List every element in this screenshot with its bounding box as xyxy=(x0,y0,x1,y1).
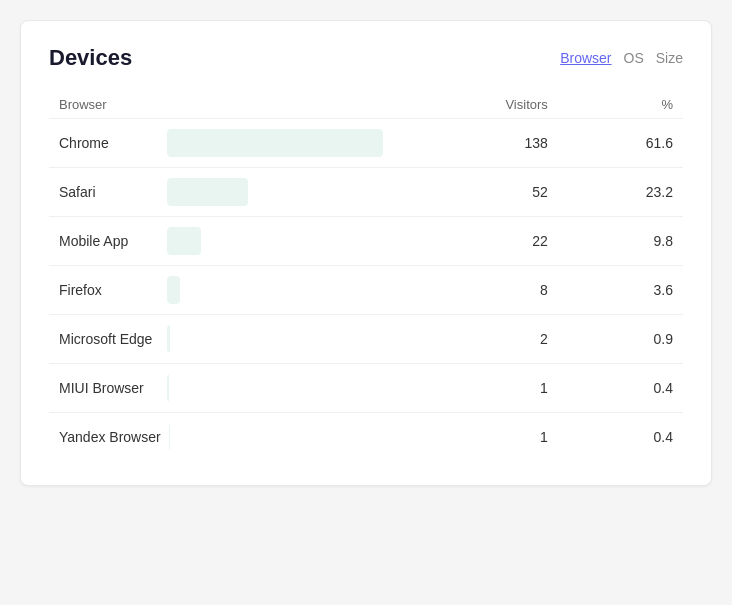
row-visitors: 2 xyxy=(393,315,558,364)
table-row: MIUI Browser10.4 xyxy=(49,364,683,413)
col-percent-header: % xyxy=(558,91,683,119)
bar-fill xyxy=(167,129,383,157)
row-visitors: 52 xyxy=(393,168,558,217)
tab-size[interactable]: Size xyxy=(656,50,683,66)
row-visitors: 1 xyxy=(393,364,558,413)
bar-fill xyxy=(167,374,169,402)
bar-background xyxy=(169,423,383,451)
row-name-cell: Firefox xyxy=(49,266,393,315)
row-percent: 0.4 xyxy=(558,413,683,462)
bar-fill xyxy=(167,227,201,255)
row-percent: 61.6 xyxy=(558,119,683,168)
row-name: Yandex Browser xyxy=(59,429,161,445)
row-name: Microsoft Edge xyxy=(59,331,159,347)
row-name: Safari xyxy=(59,184,159,200)
table-row: Chrome13861.6 xyxy=(49,119,683,168)
row-name: MIUI Browser xyxy=(59,380,159,396)
bar-background xyxy=(167,276,383,304)
table-row: Yandex Browser10.4 xyxy=(49,413,683,462)
bar-background xyxy=(167,374,383,402)
row-percent: 0.4 xyxy=(558,364,683,413)
row-visitors: 138 xyxy=(393,119,558,168)
row-name-cell: Mobile App xyxy=(49,217,393,266)
tab-os[interactable]: OS xyxy=(624,50,644,66)
card-header: Devices Browser OS Size xyxy=(49,45,683,71)
row-percent: 9.8 xyxy=(558,217,683,266)
row-name-cell: Microsoft Edge xyxy=(49,315,393,364)
page-title: Devices xyxy=(49,45,132,71)
row-percent: 23.2 xyxy=(558,168,683,217)
bar-fill xyxy=(167,325,170,353)
col-name-header: Browser xyxy=(49,91,393,119)
bar-fill xyxy=(169,423,170,451)
row-name-cell: Safari xyxy=(49,168,393,217)
bar-background xyxy=(167,325,383,353)
table-row: Safari5223.2 xyxy=(49,168,683,217)
tab-group: Browser OS Size xyxy=(560,50,683,66)
table-row: Firefox83.6 xyxy=(49,266,683,315)
row-percent: 3.6 xyxy=(558,266,683,315)
bar-background xyxy=(167,227,383,255)
row-name-cell: Yandex Browser xyxy=(49,413,393,462)
row-name: Chrome xyxy=(59,135,159,151)
row-name-cell: MIUI Browser xyxy=(49,364,393,413)
table-row: Microsoft Edge20.9 xyxy=(49,315,683,364)
bar-fill xyxy=(167,276,180,304)
tab-browser[interactable]: Browser xyxy=(560,50,611,66)
bar-fill xyxy=(167,178,248,206)
row-visitors: 8 xyxy=(393,266,558,315)
data-table: Browser Visitors % Chrome13861.6Safari52… xyxy=(49,91,683,461)
col-visitors-header: Visitors xyxy=(393,91,558,119)
row-name: Mobile App xyxy=(59,233,159,249)
row-percent: 0.9 xyxy=(558,315,683,364)
row-name-cell: Chrome xyxy=(49,119,393,168)
table-row: Mobile App229.8 xyxy=(49,217,683,266)
row-visitors: 1 xyxy=(393,413,558,462)
devices-card: Devices Browser OS Size Browser Visitors… xyxy=(20,20,712,486)
row-name: Firefox xyxy=(59,282,159,298)
row-visitors: 22 xyxy=(393,217,558,266)
bar-background xyxy=(167,178,383,206)
bar-background xyxy=(167,129,383,157)
